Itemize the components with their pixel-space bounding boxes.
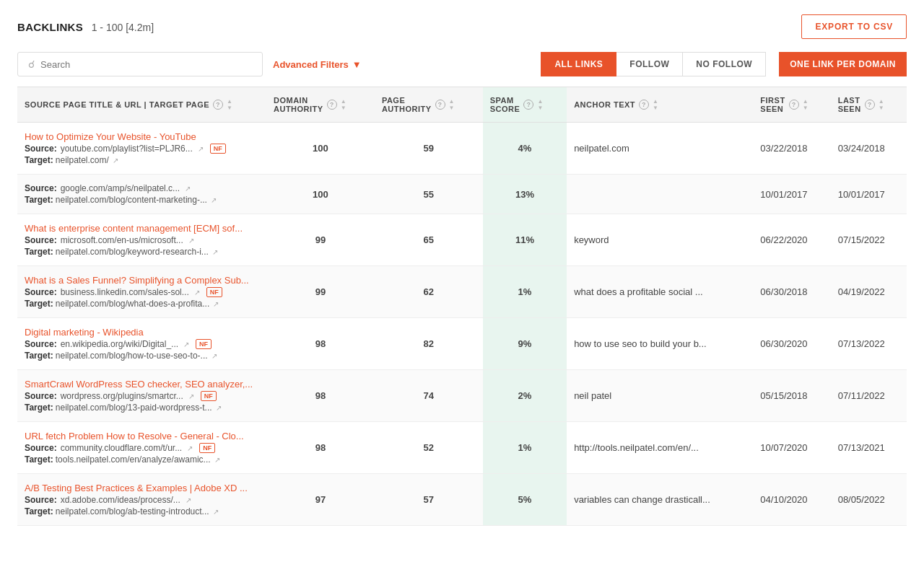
target-ext-icon: ↗ xyxy=(212,352,217,360)
advanced-filters-button[interactable]: Advanced Filters ▼ xyxy=(273,59,362,70)
source-label: Source: xyxy=(25,391,57,401)
target-label: Target: xyxy=(25,155,53,165)
external-link-icon: ↗ xyxy=(198,145,204,153)
source-sort[interactable]: ▲ ▼ xyxy=(227,99,232,111)
page-title-link[interactable]: How to Optimize Your Website - YouTube xyxy=(25,131,259,142)
target-ext-icon: ↗ xyxy=(214,456,220,464)
page-title-link[interactable]: A/B Testing Best Practices & Examples | … xyxy=(25,483,259,493)
first-seen-cell: 06/30/2018 xyxy=(753,266,830,318)
page-authority-cell: 57 xyxy=(375,474,483,526)
anchor-help-icon[interactable]: ? xyxy=(639,100,649,110)
anchor-sort[interactable]: ▲ ▼ xyxy=(653,99,658,111)
source-url: google.com/amp/s/neilpatel.c... xyxy=(61,183,180,193)
source-label: Source: xyxy=(25,495,57,505)
external-link-icon: ↗ xyxy=(186,496,191,504)
page-title-link[interactable]: SmartCrawl WordPress SEO checker, SEO an… xyxy=(25,379,259,390)
last-seen-cell: 07/13/2021 xyxy=(831,422,907,474)
domain-authority-cell: 100 xyxy=(266,175,375,214)
last-seen-cell: 04/19/2022 xyxy=(831,266,907,318)
last-seen-cell: 08/05/2022 xyxy=(831,474,907,526)
source-cell: Source: google.com/amp/s/neilpatel.c...↗… xyxy=(17,175,266,214)
last-seen-sort[interactable]: ▲ ▼ xyxy=(879,99,884,111)
controls-row: ☌ Advanced Filters ▼ ALL LINKS FOLLOW NO… xyxy=(17,52,907,76)
anchor-text-cell: neilpatel.com xyxy=(567,123,753,175)
table-row: SmartCrawl WordPress SEO checker, SEO an… xyxy=(17,370,907,422)
domain-authority-cell: 99 xyxy=(266,214,375,266)
page-title-link[interactable]: What is a Sales Funnel? Simplifying a Co… xyxy=(25,275,259,286)
page-authority-cell: 55 xyxy=(375,175,483,214)
first-seen-sort[interactable]: ▲ ▼ xyxy=(803,99,808,111)
anchor-text-cell: http://tools.neilpatel.com/en/... xyxy=(567,422,753,474)
col-header-last-seen: LASTSEEN ? ▲ ▼ xyxy=(831,87,907,123)
header-row: BACKLINKS 1 - 100 [4.2m] EXPORT TO CSV xyxy=(17,14,907,39)
page-authority-cell: 65 xyxy=(375,214,483,266)
no-follow-button[interactable]: NO FOLLOW xyxy=(683,52,766,76)
target-url: neilpatel.com/blog/13-paid-wordpress-t..… xyxy=(56,403,212,413)
first-seen-cell: 10/01/2017 xyxy=(753,175,830,214)
spam-score-cell: 1% xyxy=(483,422,567,474)
spam-sort[interactable]: ▲ ▼ xyxy=(537,99,543,111)
external-link-icon: ↗ xyxy=(194,289,200,296)
export-csv-button[interactable]: EXPORT TO CSV xyxy=(801,14,907,39)
table-row: Digital marketing - WikipediaSource: en.… xyxy=(17,318,907,370)
page-authority-cell: 74 xyxy=(375,370,483,422)
nf-badge: NF xyxy=(206,287,222,297)
source-url: microsoft.com/en-us/microsoft... xyxy=(61,235,183,245)
target-label: Target: xyxy=(25,299,53,309)
first-seen-help-icon[interactable]: ? xyxy=(789,100,799,110)
last-seen-help-icon[interactable]: ? xyxy=(865,100,875,110)
pa-sort[interactable]: ▲ ▼ xyxy=(449,99,455,111)
source-cell: How to Optimize Your Website - YouTubeSo… xyxy=(17,123,266,175)
source-cell: URL fetch Problem How to Resolve - Gener… xyxy=(17,422,266,474)
da-sort[interactable]: ▲ ▼ xyxy=(341,99,346,111)
spam-score-cell: 13% xyxy=(483,175,567,214)
source-label: Source: xyxy=(25,144,57,154)
first-seen-cell: 03/22/2018 xyxy=(753,123,830,175)
spam-score-cell: 5% xyxy=(483,474,567,526)
first-seen-cell: 06/22/2020 xyxy=(753,214,830,266)
target-label: Target: xyxy=(25,351,53,361)
spam-score-cell: 2% xyxy=(483,370,567,422)
spam-score-cell: 11% xyxy=(483,214,567,266)
search-icon: ☌ xyxy=(28,58,35,70)
all-links-button[interactable]: ALL LINKS xyxy=(541,52,616,76)
source-url: wordpress.org/plugins/smartcr... xyxy=(61,391,183,401)
target-url: neilpatel.com/blog/content-marketing-... xyxy=(56,195,207,205)
one-link-per-domain-button[interactable]: ONE LINK PER DOMAIN xyxy=(779,52,907,76)
spam-help-icon[interactable]: ? xyxy=(523,100,533,110)
follow-button[interactable]: FOLLOW xyxy=(616,52,683,76)
page-title-link[interactable]: What is enterprise content management [E… xyxy=(25,223,259,234)
table-row: Source: google.com/amp/s/neilpatel.c...↗… xyxy=(17,175,907,214)
external-link-icon: ↗ xyxy=(183,340,189,348)
nf-badge: NF xyxy=(201,391,217,401)
search-input[interactable] xyxy=(40,59,252,70)
source-help-icon[interactable]: ? xyxy=(213,100,223,110)
nf-badge: NF xyxy=(199,443,215,453)
advanced-filters-label: Advanced Filters xyxy=(273,59,349,70)
spam-score-cell: 9% xyxy=(483,318,567,370)
domain-authority-cell: 98 xyxy=(266,370,375,422)
page-authority-cell: 82 xyxy=(375,318,483,370)
target-ext-icon: ↗ xyxy=(216,404,222,412)
anchor-text-cell: variables can change drasticall... xyxy=(567,474,753,526)
source-url: business.linkedin.com/sales-sol... xyxy=(61,287,189,297)
source-label: Source: xyxy=(25,183,57,193)
external-link-icon: ↗ xyxy=(188,392,194,400)
table-row: What is a Sales Funnel? Simplifying a Co… xyxy=(17,266,907,318)
target-ext-icon: ↗ xyxy=(212,248,218,256)
target-ext-icon: ↗ xyxy=(213,300,219,308)
source-cell: What is a Sales Funnel? Simplifying a Co… xyxy=(17,266,266,318)
page-title-link[interactable]: Digital marketing - Wikipedia xyxy=(25,327,259,338)
target-url: neilpatel.com/blog/what-does-a-profita..… xyxy=(56,299,209,309)
backlinks-heading: BACKLINKS 1 - 100 [4.2m] xyxy=(17,21,154,33)
col-header-anchor-text: ANCHOR TEXT ? ▲ ▼ xyxy=(567,87,753,123)
nf-badge: NF xyxy=(196,339,212,349)
backlinks-title: BACKLINKS xyxy=(17,21,83,33)
table-row: How to Optimize Your Website - YouTubeSo… xyxy=(17,123,907,175)
table-row: URL fetch Problem How to Resolve - Gener… xyxy=(17,422,907,474)
pa-help-icon[interactable]: ? xyxy=(435,100,445,110)
page-title-link[interactable]: URL fetch Problem How to Resolve - Gener… xyxy=(25,431,259,441)
search-box: ☌ xyxy=(17,52,263,76)
da-help-icon[interactable]: ? xyxy=(327,100,337,110)
table-row: What is enterprise content management [E… xyxy=(17,214,907,266)
